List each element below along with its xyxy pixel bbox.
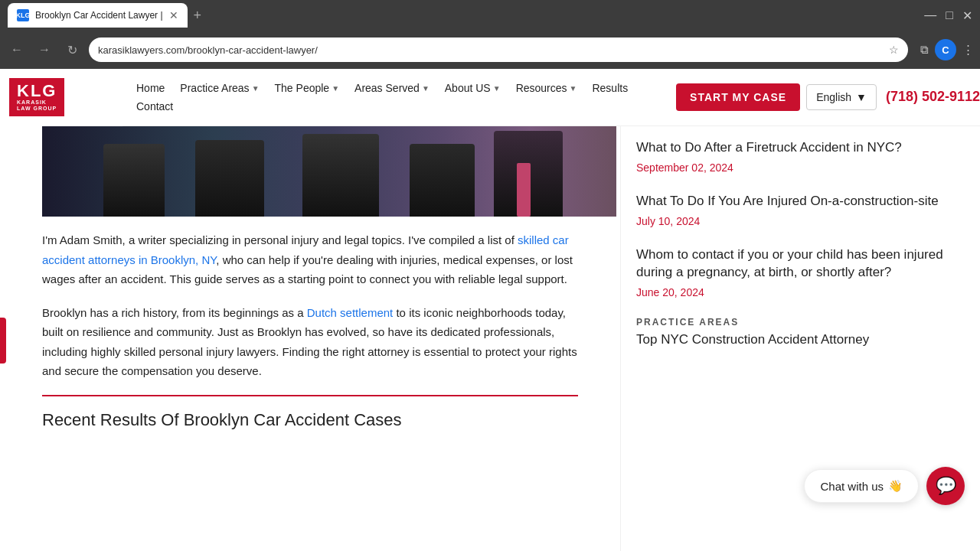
practice-arrow-icon: ▼ bbox=[252, 84, 260, 93]
intro-paragraph-2: Brooklyn has a rich history, from its be… bbox=[42, 303, 578, 381]
text-section: I'm Adam Smith, a writer specializing in… bbox=[0, 217, 620, 396]
article-1-date: September 02, 2024 bbox=[636, 161, 965, 174]
menu-icon[interactable]: ⋮ bbox=[962, 43, 974, 57]
address-bar[interactable]: karasiklawyers.com/brooklyn-car-accident… bbox=[89, 37, 908, 62]
browser-tab[interactable]: KLG Brooklyn Car Accident Lawyer | ✕ bbox=[8, 3, 188, 28]
extensions-icon[interactable]: ⧉ bbox=[920, 43, 929, 57]
chat-bubble[interactable]: Chat with us 👋 bbox=[804, 469, 919, 503]
areas-arrow-icon: ▼ bbox=[422, 84, 430, 93]
chat-emoji: 👋 bbox=[888, 479, 903, 493]
chat-button[interactable]: 💬 bbox=[926, 467, 965, 505]
people-arrow-icon: ▼ bbox=[332, 84, 339, 93]
dutch-settlement-link[interactable]: Dutch settlement bbox=[307, 306, 394, 319]
tab-close-button[interactable]: ✕ bbox=[169, 9, 178, 21]
nav-home[interactable]: Home bbox=[129, 79, 172, 97]
language-selector[interactable]: English ▼ bbox=[806, 84, 877, 110]
start-my-case-button[interactable]: START MY CASE bbox=[676, 83, 800, 111]
bookmark-icon[interactable]: ☆ bbox=[889, 44, 899, 56]
back-button[interactable]: ← bbox=[6, 39, 28, 60]
sidebar-article-3: Whom to contact if you or your child has… bbox=[636, 246, 965, 299]
chat-label: Chat with us bbox=[820, 480, 884, 493]
construction-accident-link[interactable]: Top NYC Construction Accident Attorney bbox=[636, 331, 965, 349]
logo-box: KLG KARASIK LAW GROUP bbox=[9, 78, 64, 117]
logo-line1: KARASIK bbox=[17, 99, 47, 106]
red-side-tab bbox=[0, 318, 6, 364]
phone-number[interactable]: (718) 502-9112 bbox=[886, 89, 980, 106]
resources-arrow-icon: ▼ bbox=[570, 84, 577, 93]
url-text: karasiklawyers.com/brooklyn-car-accident… bbox=[98, 44, 884, 56]
browser-chrome: KLG Brooklyn Car Accident Lawyer | ✕ + —… bbox=[0, 0, 980, 69]
article-3-title[interactable]: Whom to contact if you or your child has… bbox=[636, 246, 965, 282]
article-2-title[interactable]: What To Do If You Are Injured On-a-const… bbox=[636, 192, 965, 210]
nav-menu: Home Practice Areas ▼ The People ▼ Areas… bbox=[122, 79, 670, 116]
about-arrow-icon: ▼ bbox=[493, 84, 501, 93]
nav-the-people[interactable]: The People ▼ bbox=[267, 79, 348, 97]
window-controls: — □ ✕ bbox=[924, 8, 972, 23]
site-header: KLG KARASIK LAW GROUP Home Practice Area… bbox=[0, 69, 980, 126]
close-button[interactable]: ✕ bbox=[962, 8, 972, 23]
lang-label: English bbox=[816, 91, 851, 103]
tab-title: Brooklyn Car Accident Lawyer | bbox=[35, 10, 163, 21]
sidebar-article-1: What to Do After a Firetruck Accident in… bbox=[636, 139, 965, 174]
minimize-button[interactable]: — bbox=[924, 8, 936, 22]
logo-klg: KLG bbox=[17, 83, 57, 99]
practice-areas-label: PRACTICE AREAS bbox=[636, 317, 965, 328]
address-icons: ☆ bbox=[889, 44, 899, 56]
tab-favicon: KLG bbox=[17, 9, 29, 21]
logo-line2: LAW GROUP bbox=[17, 106, 57, 112]
nav-results[interactable]: Results bbox=[584, 79, 635, 97]
chat-widget: Chat with us 👋 💬 bbox=[804, 467, 965, 505]
left-column: I'm Adam Smith, a writer specializing in… bbox=[0, 126, 620, 551]
nav-resources[interactable]: Resources ▼ bbox=[508, 79, 585, 97]
chat-icon: 💬 bbox=[936, 476, 956, 496]
profile-button[interactable]: C bbox=[935, 39, 956, 60]
maximize-button[interactable]: □ bbox=[946, 8, 953, 22]
nav-contact[interactable]: Contact bbox=[129, 97, 181, 116]
tab-bar: KLG Brooklyn Car Accident Lawyer | ✕ + —… bbox=[0, 0, 980, 31]
forward-button[interactable]: → bbox=[34, 39, 55, 60]
nav-about-us[interactable]: About US ▼ bbox=[437, 79, 508, 97]
article-3-date: June 20, 2024 bbox=[636, 286, 965, 298]
logo-area[interactable]: KLG KARASIK LAW GROUP bbox=[0, 69, 122, 126]
hero-image bbox=[42, 126, 616, 217]
intro-paragraph-1: I'm Adam Smith, a writer specializing in… bbox=[42, 230, 578, 289]
article-2-date: July 10, 2024 bbox=[636, 215, 965, 227]
lang-arrow-icon: ▼ bbox=[856, 91, 867, 103]
sidebar-article-2: What To Do If You Are Injured On-a-const… bbox=[636, 192, 965, 227]
refresh-button[interactable]: ↻ bbox=[61, 39, 83, 60]
hero-img-content bbox=[42, 126, 616, 217]
nav-areas-served[interactable]: Areas Served ▼ bbox=[347, 79, 437, 97]
article-1-title[interactable]: What to Do After a Firetruck Accident in… bbox=[636, 139, 965, 157]
recent-results-heading: Recent Results Of Brooklyn Car Accident … bbox=[0, 410, 620, 430]
new-tab-button[interactable]: + bbox=[194, 8, 202, 24]
address-bar-row: ← → ↻ karasiklawyers.com/brooklyn-car-ac… bbox=[0, 31, 980, 69]
red-divider bbox=[42, 395, 578, 396]
nav-practice-areas[interactable]: Practice Areas ▼ bbox=[172, 79, 266, 97]
browser-right-icons: ⧉ C ⋮ bbox=[920, 39, 974, 60]
